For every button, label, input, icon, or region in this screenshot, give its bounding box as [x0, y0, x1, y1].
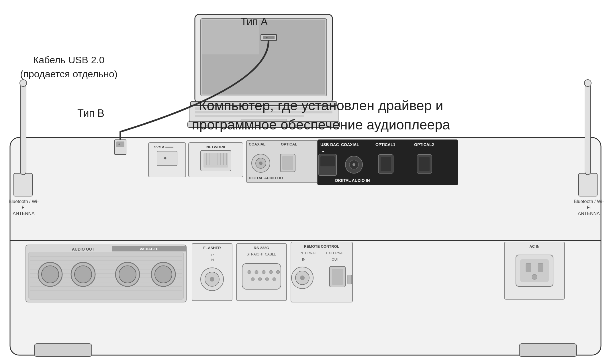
- svg-rect-121: [332, 269, 343, 285]
- svg-point-96: [205, 272, 219, 286]
- svg-text:OPTICAL: OPTICAL: [281, 142, 297, 146]
- svg-point-109: [265, 278, 269, 281]
- svg-text:AUDIO OUT: AUDIO OUT: [72, 247, 95, 251]
- svg-text:✦: ✦: [162, 155, 168, 162]
- svg-rect-2: [34, 344, 92, 357]
- svg-rect-63: [378, 155, 393, 173]
- svg-rect-59: [320, 156, 335, 166]
- svg-point-61: [349, 160, 359, 169]
- svg-point-47: [256, 158, 266, 168]
- svg-point-118: [295, 271, 309, 285]
- svg-text:DIGITAL AUDIO IN: DIGITAL AUDIO IN: [335, 178, 370, 183]
- svg-rect-24: [115, 140, 126, 155]
- svg-text:INTERNAL: INTERNAL: [299, 251, 317, 255]
- svg-rect-98: [236, 243, 287, 301]
- svg-text:✦: ✦: [117, 142, 121, 146]
- svg-rect-49: [280, 154, 295, 172]
- svg-rect-89: [112, 246, 186, 251]
- svg-point-46: [252, 154, 270, 172]
- svg-rect-5: [20, 84, 26, 175]
- svg-rect-52: [318, 140, 458, 185]
- svg-text:5V/1A ═══: 5V/1A ═══: [154, 145, 174, 149]
- type-b-label: Тип В: [77, 107, 104, 119]
- svg-rect-64: [381, 157, 391, 171]
- left-antenna-label: Bluetooth / Wi-Fi ANTENNA: [7, 199, 40, 217]
- svg-rect-123: [504, 242, 565, 299]
- svg-rect-50: [282, 156, 293, 170]
- svg-rect-128: [538, 263, 543, 272]
- svg-rect-3: [519, 344, 577, 357]
- svg-rect-25: [116, 141, 124, 147]
- svg-text:OPTICAL1: OPTICAL1: [375, 142, 395, 147]
- svg-point-95: [201, 268, 224, 291]
- svg-point-110: [273, 278, 276, 281]
- svg-text:RS-232C: RS-232C: [254, 246, 269, 250]
- svg-point-102: [248, 270, 251, 274]
- svg-rect-125: [516, 255, 553, 286]
- svg-point-86: [119, 266, 136, 283]
- svg-rect-122: [348, 275, 352, 284]
- svg-rect-22: [263, 36, 275, 39]
- right-antenna-label: Bluetooth / Wi-Fi ANTENNA: [572, 199, 605, 217]
- svg-rect-8: [585, 84, 591, 175]
- svg-point-81: [38, 262, 62, 286]
- svg-rect-91: [192, 243, 232, 301]
- svg-text:✦: ✦: [322, 149, 325, 154]
- svg-point-88: [155, 266, 172, 283]
- svg-text:AC IN: AC IN: [529, 244, 539, 249]
- svg-text:STRAIGHT CABLE: STRAIGHT CABLE: [246, 252, 276, 256]
- svg-text:COAXIAL: COAXIAL: [249, 142, 266, 146]
- svg-rect-70: [29, 252, 183, 299]
- svg-point-82: [42, 266, 59, 283]
- type-a-label: Тип А: [241, 16, 268, 28]
- svg-point-85: [115, 262, 140, 286]
- svg-point-103: [255, 270, 258, 274]
- svg-rect-7: [579, 173, 597, 196]
- svg-point-97: [210, 277, 214, 282]
- svg-text:OPTICAL2: OPTICAL2: [414, 142, 434, 147]
- svg-rect-68: [26, 245, 186, 302]
- svg-point-84: [75, 266, 92, 283]
- svg-rect-129: [532, 274, 537, 280]
- svg-point-9: [584, 80, 591, 86]
- svg-rect-11: [201, 19, 327, 96]
- svg-point-119: [300, 276, 305, 280]
- svg-rect-65: [417, 155, 432, 173]
- svg-point-87: [151, 262, 175, 286]
- svg-point-108: [258, 278, 262, 281]
- svg-text:EXTERNAL: EXTERNAL: [326, 251, 344, 255]
- svg-rect-33: [201, 150, 231, 171]
- svg-point-104: [262, 270, 265, 274]
- svg-rect-29: [157, 151, 177, 166]
- svg-rect-101: [242, 263, 281, 289]
- svg-text:FLASHER: FLASHER: [203, 246, 221, 250]
- svg-point-105: [269, 270, 273, 274]
- svg-rect-0: [10, 137, 601, 355]
- svg-text:USB-DAC: USB-DAC: [320, 142, 339, 147]
- svg-text:NETWORK: NETWORK: [206, 145, 226, 149]
- svg-point-60: [345, 156, 363, 173]
- svg-text:IR: IR: [210, 253, 214, 257]
- svg-rect-43: [246, 140, 318, 183]
- svg-point-83: [71, 262, 95, 286]
- svg-rect-31: [189, 143, 243, 177]
- svg-rect-66: [419, 157, 430, 171]
- svg-point-106: [276, 270, 280, 274]
- svg-rect-21: [261, 34, 277, 41]
- computer-description: Компьютер, где установлен драйвер и прог…: [140, 96, 502, 134]
- usb-cable-label: Кабель USB 2.0 (продается отдельно): [20, 53, 117, 81]
- svg-point-107: [251, 278, 254, 281]
- svg-point-48: [259, 162, 263, 165]
- svg-rect-27: [148, 143, 186, 177]
- svg-text:OUT: OUT: [332, 257, 339, 261]
- svg-rect-12: [202, 20, 325, 95]
- svg-text:COAXIAL: COAXIAL: [341, 142, 359, 147]
- svg-point-117: [291, 267, 313, 289]
- svg-point-62: [352, 163, 355, 166]
- svg-text:REMOTE CONTROL: REMOTE CONTROL: [304, 244, 339, 249]
- diagram-container: ✦ ✦ 5V/1A ═══ ✦ NETWORK CO: [0, 0, 611, 364]
- svg-rect-4: [14, 173, 32, 196]
- svg-text:IN: IN: [302, 257, 306, 261]
- svg-rect-127: [526, 263, 531, 272]
- svg-rect-58: [319, 154, 336, 176]
